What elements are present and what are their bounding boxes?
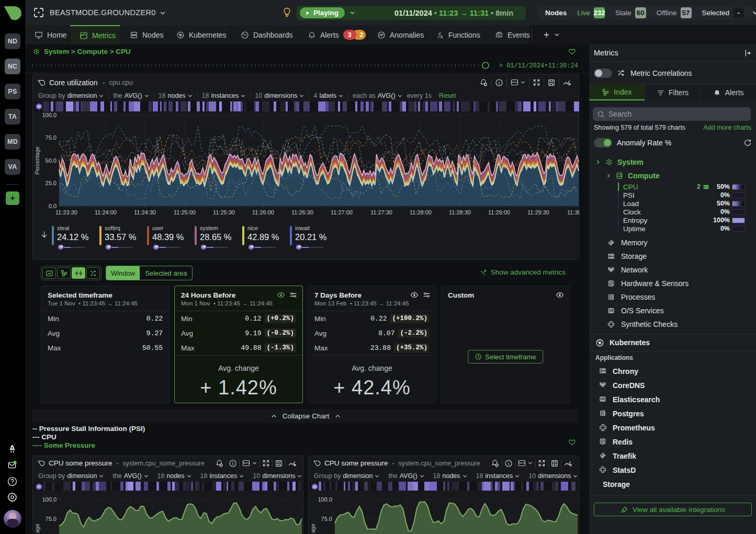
svg-text:11:29:30: 11:29:30 [527,209,549,215]
svg-text:11:28:00: 11:28:00 [410,209,432,215]
svg-text:100.0: 100.0 [42,496,57,503]
svg-text:100.0: 100.0 [318,496,332,503]
svg-text:25.0: 25.0 [46,180,57,186]
svg-text:75.0: 75.0 [46,134,57,141]
svg-text:11:27:30: 11:27:30 [370,209,392,215]
svg-text:11:25:00: 11:25:00 [174,209,196,215]
svg-text:OS: OS [608,309,613,312]
svg-text:0.0: 0.0 [49,203,57,209]
svg-text:11:26:00: 11:26:00 [252,209,274,215]
svg-text:11:24:00: 11:24:00 [95,209,117,215]
svg-text:age: age [310,524,316,533]
svg-text:Percentage: Percentage [34,146,40,175]
svg-text:100.0: 100.0 [42,112,57,118]
svg-text:50.0: 50.0 [46,157,57,164]
svg-text:11:30:00: 11:30:00 [567,209,580,215]
svg-text:11:23:30: 11:23:30 [55,209,77,215]
svg-text:age: age [34,524,40,533]
svg-text:11:27:00: 11:27:00 [331,209,353,215]
svg-text:11:28:30: 11:28:30 [449,209,471,215]
svg-text:11:26:30: 11:26:30 [291,209,313,215]
svg-text:11:24:30: 11:24:30 [134,209,156,215]
svg-text:75.0: 75.0 [321,516,332,522]
svg-text:11:29:00: 11:29:00 [488,209,510,215]
svg-text:OS: OS [600,397,605,401]
svg-text:75.0: 75.0 [46,516,57,522]
svg-text:11:25:30: 11:25:30 [213,209,235,215]
